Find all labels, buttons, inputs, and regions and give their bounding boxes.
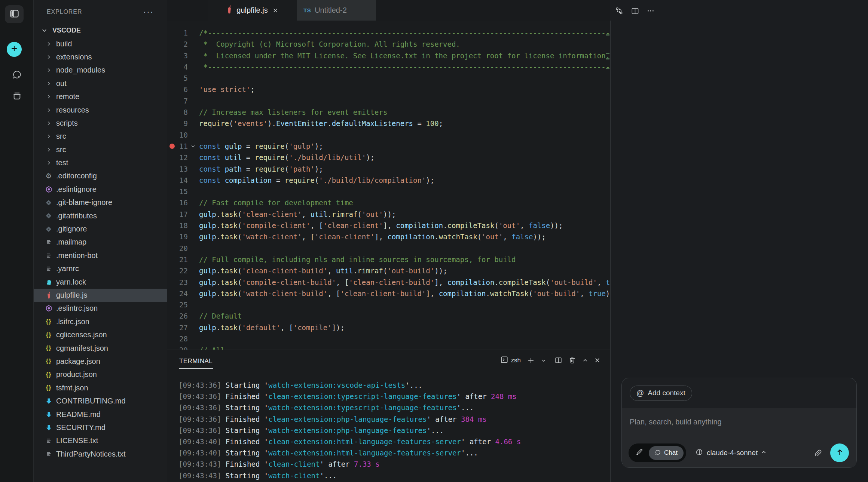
terminal-dropdown-button[interactable] bbox=[541, 358, 546, 363]
explorer-item-.mailmap[interactable]: .mailmap bbox=[34, 236, 167, 249]
breakpoint-icon[interactable] bbox=[169, 144, 175, 149]
explorer-item-SECURITY.md[interactable]: SECURITY.md bbox=[34, 421, 167, 434]
close-icon[interactable] bbox=[272, 7, 278, 13]
code-line-6[interactable]: 6'use strict'; bbox=[167, 84, 610, 95]
explorer-item-.yarnrc[interactable]: .yarnrc bbox=[34, 262, 167, 275]
code-line-9[interactable]: 9require('events').EventEmitter.defaultM… bbox=[167, 118, 610, 129]
explorer-item-LICENSE.txt[interactable]: LICENSE.txt bbox=[34, 434, 167, 447]
code-line-19[interactable]: 19gulp.task('watch-client', ['clean-clie… bbox=[167, 231, 610, 242]
explorer-item-scripts[interactable]: scripts bbox=[34, 117, 167, 130]
new-chat-button[interactable] bbox=[7, 42, 22, 57]
explorer-item-cglicenses.json[interactable]: {}cglicenses.json bbox=[34, 328, 167, 341]
explorer-item-resources[interactable]: resources bbox=[34, 103, 167, 116]
split-terminal-button[interactable] bbox=[554, 356, 562, 364]
code-line-content: gulp.task('compile-client-build', ['clea… bbox=[199, 277, 610, 288]
explorer-item-ThirdPartyNotices.txt[interactable]: ThirdPartyNotices.txt bbox=[34, 448, 167, 461]
kill-terminal-button[interactable] bbox=[568, 356, 576, 364]
code-line-18[interactable]: 18gulp.task('compile-client', ['clean-cl… bbox=[167, 220, 610, 231]
explorer-item-.eslintignore[interactable]: .eslintignore bbox=[34, 183, 167, 196]
code-line-12[interactable]: 12const util = require('./build/lib/util… bbox=[167, 152, 610, 163]
explorer-item-tsfmt.json[interactable]: {}tsfmt.json bbox=[34, 381, 167, 394]
code-line-21[interactable]: 21// Full compile, including nls and inl… bbox=[167, 254, 610, 265]
code-line-27[interactable]: 27gulp.task('default', ['compile']); bbox=[167, 322, 610, 333]
chat-mode-pill[interactable]: Chat bbox=[649, 446, 684, 460]
new-terminal-button[interactable] bbox=[527, 356, 535, 365]
code-line-13[interactable]: 13const path = require('path'); bbox=[167, 163, 610, 175]
code-line-16[interactable]: 16// Fast compile for development time bbox=[167, 197, 610, 208]
terminal-tab[interactable]: TERMINAL bbox=[179, 352, 213, 369]
tab-gulpfile[interactable]: gulpfile.js bbox=[208, 0, 297, 21]
more-actions-icon[interactable] bbox=[646, 6, 655, 16]
code-editor[interactable]: 1/*-------------------------------------… bbox=[167, 21, 610, 350]
explorer-item-cgmanifest.json[interactable]: {}cgmanifest.json bbox=[34, 341, 167, 354]
explorer-item-src[interactable]: src bbox=[34, 130, 167, 143]
maximize-panel-button[interactable] bbox=[582, 357, 588, 363]
chevron-right-icon bbox=[44, 92, 54, 102]
send-button[interactable] bbox=[830, 443, 849, 462]
explorer-item-.git-blame-ignore[interactable]: .git-blame-ignore bbox=[34, 196, 167, 209]
code-line-23[interactable]: 23gulp.task('compile-client-build', ['cl… bbox=[167, 277, 610, 288]
terminal-output[interactable]: [09:43:36] Starting 'watch-extension:vsc… bbox=[167, 371, 610, 482]
code-line-8[interactable]: 8// Increase max listeners for event emi… bbox=[167, 107, 610, 118]
terminal-line: [09:43:43] Starting 'watch-client'... bbox=[178, 470, 610, 481]
code-line-content bbox=[199, 129, 610, 141]
explorer-item-extensions[interactable]: extensions bbox=[34, 50, 167, 64]
archive-button[interactable] bbox=[9, 90, 24, 103]
explorer-item-.mention-bot[interactable]: .mention-bot bbox=[34, 249, 167, 262]
chat-input[interactable]: Plan, search, build anything bbox=[630, 418, 856, 426]
explorer-item-package.json[interactable]: {}package.json bbox=[34, 355, 167, 368]
explorer-item-yarn.lock[interactable]: yarn.lock bbox=[34, 275, 167, 288]
code-line-7[interactable]: 7 bbox=[167, 95, 610, 107]
tab-untitled-2[interactable]: TS Untitled-2 bbox=[297, 0, 376, 21]
code-line-10[interactable]: 10 bbox=[167, 129, 610, 141]
explorer-item-out[interactable]: out bbox=[34, 77, 167, 90]
code-line-3[interactable]: 3 * Licensed under the MIT License. See … bbox=[167, 50, 610, 61]
explorer-root-vscode[interactable]: VSCODE bbox=[34, 24, 167, 37]
code-line-4[interactable]: 4 *-------------------------------------… bbox=[167, 61, 610, 73]
explorer-item-.gitignore[interactable]: .gitignore bbox=[34, 222, 167, 236]
shell-selector[interactable]: zsh bbox=[500, 356, 521, 365]
code-line-22[interactable]: 22gulp.task('clean-client-build', util.r… bbox=[167, 265, 610, 276]
explorer-item-.gitattributes[interactable]: .gitattributes bbox=[34, 209, 167, 222]
code-line-1[interactable]: 1/*-------------------------------------… bbox=[167, 27, 610, 39]
code-line-25[interactable]: 25 bbox=[167, 299, 610, 310]
chat-search-button[interactable] bbox=[9, 69, 24, 82]
code-line-11[interactable]: 11const gulp = require('gulp'); bbox=[167, 141, 610, 152]
terminal-line: [09:43:40] Starting 'watch-extension:htm… bbox=[178, 447, 610, 458]
list-icon bbox=[44, 449, 54, 459]
explorer-item-.eslintrc.json[interactable]: .eslintrc.json bbox=[34, 302, 167, 315]
explorer-item-.editorconfig[interactable]: ⚙.editorconfig bbox=[34, 169, 167, 182]
code-line-14[interactable]: 14const compilation = require('./build/l… bbox=[167, 175, 610, 186]
code-line-17[interactable]: 17gulp.task('clean-client', util.rimraf(… bbox=[167, 209, 610, 220]
attach-file-button[interactable] bbox=[813, 449, 822, 457]
compare-changes-icon[interactable] bbox=[615, 6, 624, 16]
code-line-29[interactable]: 29// All bbox=[167, 344, 610, 350]
code-line-2[interactable]: 2 * Copyright (c) Microsoft Corporation.… bbox=[167, 39, 610, 50]
fold-chevron-icon[interactable] bbox=[190, 141, 196, 152]
code-line-26[interactable]: 26// Default bbox=[167, 310, 610, 322]
explorer-more-actions[interactable]: ··· bbox=[143, 10, 154, 14]
mode-toggle[interactable]: Chat bbox=[629, 443, 686, 462]
explorer-item-product.json[interactable]: {}product.json bbox=[34, 368, 167, 381]
code-line-20[interactable]: 20 bbox=[167, 243, 610, 254]
explorer-item-test[interactable]: test bbox=[34, 156, 167, 169]
close-panel-button[interactable] bbox=[594, 357, 600, 363]
explorer-item-src[interactable]: src bbox=[34, 143, 167, 156]
explorer-item-build[interactable]: build bbox=[34, 37, 167, 50]
explorer-item-README.md[interactable]: README.md bbox=[34, 408, 167, 421]
explorer-item-CONTRIBUTING.md[interactable]: CONTRIBUTING.md bbox=[34, 394, 167, 408]
explorer-item-gulpfile.js[interactable]: gulpfile.js bbox=[34, 289, 167, 302]
explorer-item-node_modules[interactable]: node_modules bbox=[34, 64, 167, 77]
code-line-28[interactable]: 28 bbox=[167, 333, 610, 344]
model-selector[interactable]: claude-4-sonnet bbox=[695, 448, 767, 458]
line-number: 10 bbox=[167, 129, 188, 141]
toggle-sidebar-button[interactable] bbox=[5, 5, 24, 23]
code-line-24[interactable]: 24gulp.task('watch-client-build', ['clea… bbox=[167, 288, 610, 299]
explorer-item-.lsifrc.json[interactable]: {}.lsifrc.json bbox=[34, 315, 167, 328]
code-line-15[interactable]: 15 bbox=[167, 186, 610, 197]
code-line-5[interactable]: 5 bbox=[167, 73, 610, 84]
explorer-item-label: scripts bbox=[56, 119, 78, 128]
add-context-button[interactable]: @ Add context bbox=[630, 386, 692, 401]
explorer-item-remote[interactable]: remote bbox=[34, 90, 167, 103]
split-editor-icon[interactable] bbox=[630, 6, 639, 16]
